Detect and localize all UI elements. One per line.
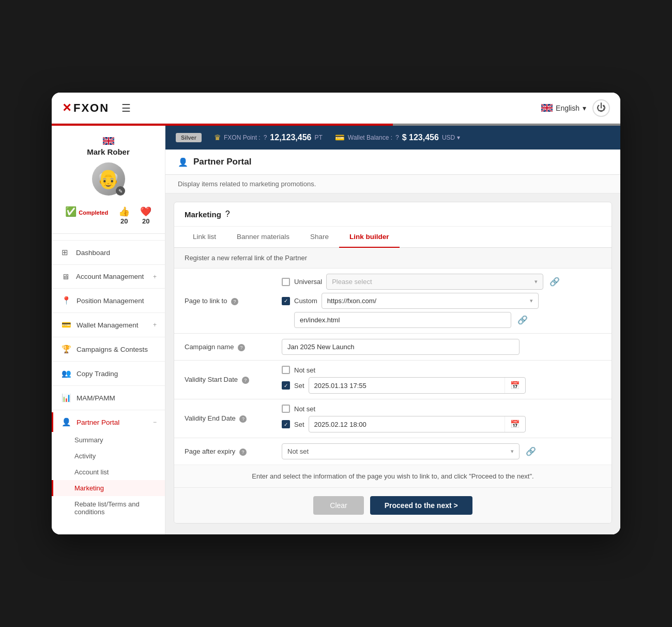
sub-nav-rebate-list[interactable]: Rebate list/Terms and conditions [52,496,165,520]
sub-nav-activity[interactable]: Activity [52,448,165,464]
sidebar-item-mam-pamm[interactable]: 📊 MAM/PAMM [52,388,165,408]
end-set-checkbox[interactable] [282,420,290,428]
custom-path-row: 🔗 [282,312,601,328]
sidebar: Mark Rober 👴 ✎ ✅ Completed 👍 20 [52,126,165,534]
power-button[interactable]: ⏻ [592,99,610,117]
instruction-text: Enter and select the information of the … [174,465,612,487]
copy-trading-icon: 👥 [62,369,71,378]
sub-nav-marketing[interactable]: Marketing [52,480,165,496]
btn-row: Clear Proceed to the next > [174,487,612,523]
end-calendar-icon[interactable]: 📅 [505,416,525,432]
tab-banner-materials[interactable]: Banner materials [226,227,300,248]
section-help-icon[interactable]: ? [225,210,230,219]
hamburger-button[interactable]: ☰ [117,98,135,118]
end-set-label: Set [294,421,304,428]
custom-url-chevron-icon: ▾ [530,297,533,304]
campaign-name-label: Campaign name [185,343,234,351]
page-after-expiry-value: Not set [287,447,507,455]
tab-link-list[interactable]: Link list [182,227,226,248]
wallet-icon: 💳 [335,133,345,142]
page-after-expiry-help-icon[interactable]: ? [239,449,247,456]
validity-start-help-icon[interactable]: ? [242,377,249,384]
universal-external-link-icon[interactable]: 🔗 [547,275,562,289]
page-after-expiry-input-cell: Not set ▾ 🔗 [278,438,612,465]
universal-checkbox[interactable] [282,278,290,286]
page-after-expiry-label: Page after expiry [185,447,235,455]
start-set-label: Set [294,382,304,390]
validity-end-help-icon[interactable]: ? [239,415,247,423]
campaign-name-input[interactable] [282,339,520,355]
page-after-expiry-select[interactable]: Not set ▾ [282,443,520,459]
sidebar-item-dashboard[interactable]: ⊞ Dashboard [52,243,165,262]
avatar-edit-icon[interactable]: ✎ [116,186,125,196]
sub-nav-summary[interactable]: Summary [52,432,165,448]
help-circle-icon-fxon[interactable]: ? [264,134,267,141]
section-title: Marketing [185,210,221,219]
validity-start-label: Validity Start Date [185,376,238,383]
language-selector[interactable]: English ▾ [541,104,586,112]
user-stats: ✅ Completed 👍 20 ❤️ 20 [60,206,157,225]
sidebar-item-account-management[interactable]: 🖥 Account Management + [52,267,165,286]
sidebar-item-campaigns[interactable]: 🏆 Campaigns & Contests [52,339,165,359]
nav-divider-2 [52,264,165,265]
wallet-unit: USD [442,134,455,141]
custom-path-external-link-icon[interactable]: 🔗 [515,313,530,327]
end-date-input[interactable] [309,417,505,432]
uk-flag-icon [541,104,553,112]
partner-portal-header-icon: 👤 [178,157,188,167]
page-to-link-row: Page to link to ? Universal [174,268,612,334]
start-calendar-icon[interactable]: 📅 [505,378,525,393]
sidebar-item-position-management[interactable]: 📍 Position Management [52,291,165,310]
tab-link-builder[interactable]: Link builder [339,227,400,248]
custom-checkbox[interactable] [282,297,290,305]
help-circle-icon-wallet[interactable]: ? [395,134,399,141]
fxon-point-unit: PT [314,134,322,141]
custom-label: Custom [294,297,317,305]
nav-divider-3 [52,288,165,289]
dashboard-label: Dashboard [76,249,157,257]
stat-completed: ✅ Completed [65,206,108,225]
stat-likes: 👍 20 [118,206,130,225]
validity-end-input-cell: Not set Set 📅 [278,399,612,438]
like-value: 20 [118,217,130,225]
avatar-container: 👴 ✎ [92,162,125,196]
partner-portal-label: Partner Portal [77,419,148,426]
sidebar-item-wallet-management[interactable]: 💳 Wallet Management + [52,315,165,335]
mam-pamm-label: MAM/PAMM [77,394,157,402]
start-date-input[interactable] [309,378,505,393]
custom-path-input[interactable] [294,312,511,328]
wallet-currency-selector[interactable]: USD ▾ [442,134,460,141]
end-not-set-checkbox[interactable] [282,405,290,413]
nav-divider-5 [52,337,165,337]
expiry-external-link-icon[interactable]: 🔗 [524,444,538,458]
like-icon: 👍 [118,206,130,217]
tier-badge: Silver [176,133,202,142]
page-to-link-label: Page to link to [185,297,227,305]
fxon-point-stat: ♛ FXON Point : ? 12,123,456 PT [214,133,323,142]
campaign-name-help-icon[interactable]: ? [238,344,245,351]
sidebar-item-partner-portal[interactable]: 👤 Partner Portal − [52,412,165,432]
custom-url-select[interactable]: https://fxon.com/ ▾ [322,293,539,309]
user-uk-flag-icon [103,137,114,145]
clear-button[interactable]: Clear [313,496,363,515]
campaigns-icon: 🏆 [62,345,71,354]
language-chevron-icon: ▾ [583,104,586,112]
sub-nav-account-list[interactable]: Account list [52,464,165,480]
sidebar-item-copy-trading[interactable]: 👥 Copy Trading [52,364,165,383]
wallet-stat: 💳 Wallet Balance : ? $ 123,456 USD ▾ [335,133,460,142]
nav-divider-8 [52,410,165,410]
end-date-wrapper: 📅 [309,416,526,432]
expiry-select-row: Not set ▾ 🔗 [282,443,601,459]
proceed-button[interactable]: Proceed to the next > [370,496,472,515]
nav-divider-4 [52,312,165,313]
page-to-link-help-icon[interactable]: ? [231,298,238,305]
user-name: Mark Rober [60,147,157,156]
tab-share[interactable]: Share [300,227,339,248]
universal-chevron-icon: ▾ [534,278,538,285]
completed-icon: ✅ [65,206,77,217]
start-not-set-checkbox[interactable] [282,366,290,374]
expiry-chevron-icon: ▾ [511,448,514,455]
universal-select[interactable]: Please select ▾ [326,274,543,290]
start-set-checkbox[interactable] [282,381,290,390]
page-area: 👤 Partner Portal Display items related t… [165,150,620,534]
